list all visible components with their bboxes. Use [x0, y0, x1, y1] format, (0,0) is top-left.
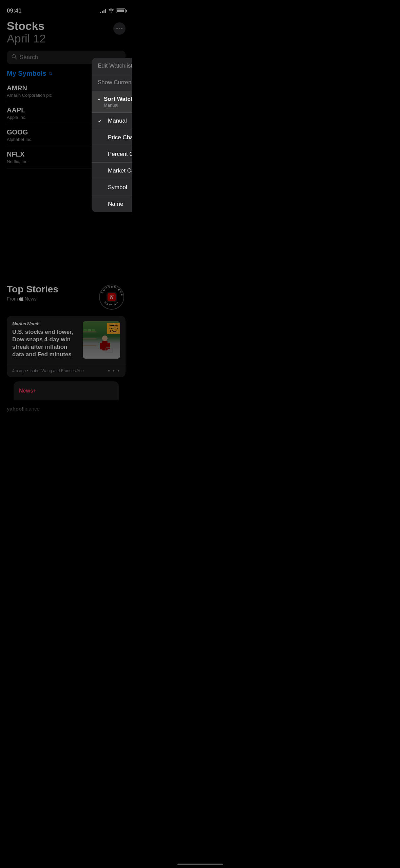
sort-option-name[interactable]: Name [92, 196, 132, 212]
chevron-down-icon: ˅ [98, 98, 100, 105]
edit-watchlist-button[interactable]: Edit Watchlist ✏️ [92, 58, 132, 74]
sort-option-label: Name [108, 201, 123, 207]
sort-watchlist-by-label: Sort Watchlist By [104, 96, 132, 103]
sort-option-label: Manual [108, 117, 127, 124]
edit-watchlist-label: Edit Watchlist [98, 62, 132, 69]
sort-option-market-cap[interactable]: Market Cap [92, 163, 132, 179]
sort-header-left: ˅ Sort Watchlist By Manual [98, 96, 132, 108]
sort-options-list: ✓ Manual Price Change Percent Change Mar… [92, 113, 132, 212]
context-menu: Edit Watchlist ✏️ Show Currency $ ˅ Sort… [92, 58, 132, 212]
show-currency-label: Show Currency [98, 79, 132, 86]
sort-option-label: Percent Change [108, 151, 132, 158]
current-sort-label: Manual [104, 103, 132, 108]
sort-watchlist-header[interactable]: ˅ Sort Watchlist By Manual ⇅ [92, 91, 132, 113]
sort-option-percent-change[interactable]: Percent Change [92, 146, 132, 163]
sort-option-label: Symbol [108, 184, 127, 191]
sort-option-label: Price Change [108, 134, 132, 141]
checkmark-icon: ✓ [98, 118, 104, 124]
show-currency-button[interactable]: Show Currency $ [92, 74, 132, 91]
sort-option-manual[interactable]: ✓ Manual [92, 113, 132, 129]
sort-option-price-change[interactable]: Price Change [92, 129, 132, 146]
sort-title-group: Sort Watchlist By Manual [104, 96, 132, 108]
sort-option-symbol[interactable]: Symbol [92, 179, 132, 196]
sort-option-label: Market Cap [108, 167, 132, 174]
